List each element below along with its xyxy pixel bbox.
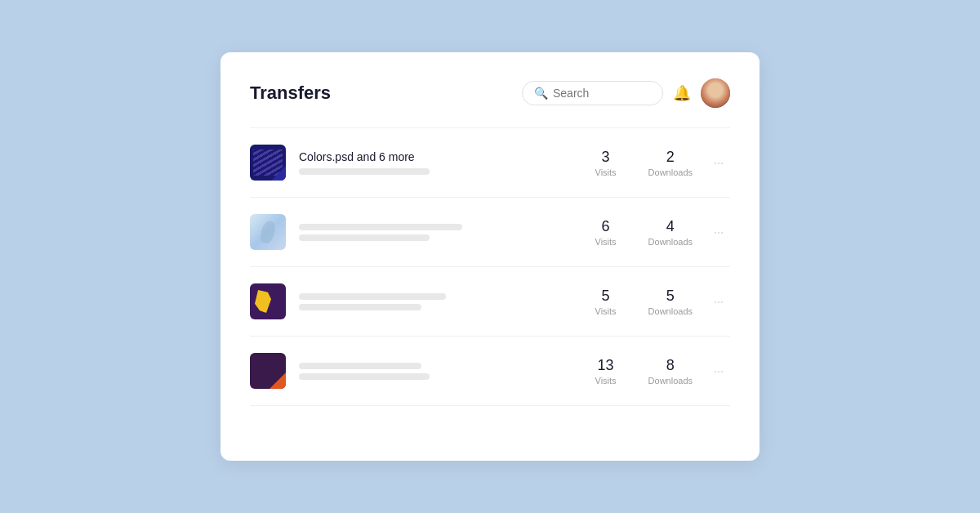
transfer-info-4: [299, 363, 586, 380]
search-box[interactable]: 🔍: [522, 81, 663, 105]
more-dots-icon: ⋯: [714, 297, 725, 308]
downloads-stat: 5Downloads: [648, 288, 693, 316]
visits-count: 3: [586, 149, 626, 166]
main-card: Transfers 🔍 🔔 Colors.psd and 6 more3Visi…: [220, 52, 760, 461]
page-header: Transfers 🔍 🔔: [250, 78, 730, 108]
downloads-label: Downloads: [648, 167, 693, 177]
transfer-info-2: [299, 224, 586, 241]
transfer-info-3: [299, 293, 586, 310]
more-options-button-3[interactable]: ⋯: [709, 291, 730, 312]
more-options-button-1[interactable]: ⋯: [709, 152, 730, 173]
visits-label: Visits: [586, 167, 626, 177]
downloads-stat: 8Downloads: [648, 357, 693, 386]
skeleton-line: [299, 373, 430, 380]
notification-bell-icon[interactable]: 🔔: [673, 84, 691, 102]
visits-label: Visits: [586, 237, 626, 247]
more-dots-icon: ⋯: [714, 158, 725, 169]
transfer-row: Colors.psd and 6 more3Visits2Downloads⋯: [250, 128, 730, 197]
more-options-button-2[interactable]: ⋯: [709, 221, 730, 243]
skeleton-line: [299, 304, 421, 310]
transfers-list: Colors.psd and 6 more3Visits2Downloads⋯6…: [250, 128, 730, 406]
page-title: Transfers: [250, 83, 331, 104]
transfer-thumbnail-1: [250, 145, 286, 181]
visits-stat: 5Visits: [586, 288, 626, 316]
row-divider: [250, 405, 730, 406]
downloads-label: Downloads: [648, 376, 693, 386]
search-input[interactable]: [553, 87, 651, 100]
skeleton-line: [299, 363, 421, 369]
visits-label: Visits: [586, 306, 626, 316]
transfer-stats-4: 13Visits8Downloads: [586, 357, 693, 386]
transfer-name-1: Colors.psd and 6 more: [299, 150, 586, 163]
skeleton-line: [299, 234, 430, 241]
downloads-label: Downloads: [648, 306, 693, 316]
avatar[interactable]: [701, 78, 730, 108]
more-options-button-4[interactable]: ⋯: [709, 360, 730, 381]
downloads-count: 8: [648, 357, 693, 374]
transfer-row: 5Visits5Downloads⋯: [250, 267, 730, 336]
visits-count: 5: [586, 288, 626, 305]
transfer-stats-1: 3Visits2Downloads: [586, 149, 693, 177]
search-icon: 🔍: [534, 87, 548, 100]
downloads-label: Downloads: [648, 237, 693, 247]
transfer-row: 13Visits8Downloads⋯: [250, 337, 730, 405]
downloads-count: 5: [648, 288, 693, 305]
skeleton-line: [299, 224, 462, 230]
visits-stat: 13Visits: [586, 357, 626, 386]
transfer-row: 6Visits4Downloads⋯: [250, 198, 730, 266]
downloads-count: 2: [648, 149, 693, 166]
transfer-thumbnail-4: [250, 353, 286, 389]
avatar-image: [701, 78, 730, 108]
downloads-stat: 4Downloads: [648, 218, 693, 247]
transfer-stats-2: 6Visits4Downloads: [586, 218, 693, 247]
downloads-stat: 2Downloads: [648, 149, 693, 177]
header-actions: 🔍 🔔: [522, 78, 730, 108]
visits-label: Visits: [586, 376, 626, 386]
more-dots-icon: ⋯: [714, 227, 725, 239]
transfer-stats-3: 5Visits5Downloads: [586, 288, 693, 316]
visits-count: 6: [586, 218, 626, 235]
visits-stat: 3Visits: [586, 149, 626, 177]
skeleton-line: [299, 293, 446, 300]
transfer-thumbnail-3: [250, 283, 286, 319]
visits-count: 13: [586, 357, 626, 374]
downloads-count: 4: [648, 218, 693, 235]
transfer-info-1: Colors.psd and 6 more: [299, 150, 586, 175]
visits-stat: 6Visits: [586, 218, 626, 247]
more-dots-icon: ⋯: [714, 366, 725, 377]
transfer-thumbnail-2: [250, 214, 286, 250]
skeleton-line: [299, 168, 430, 175]
